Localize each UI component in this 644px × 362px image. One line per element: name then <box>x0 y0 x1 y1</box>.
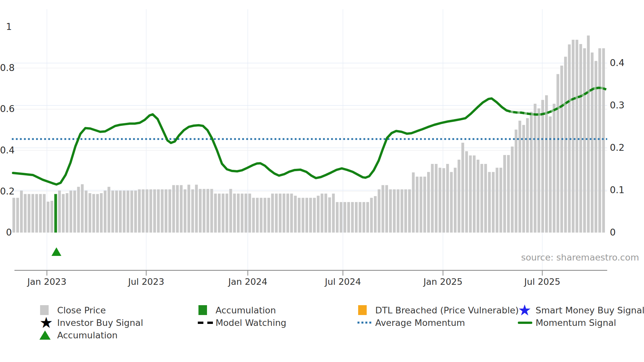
price-bar <box>134 191 137 233</box>
price-bar <box>111 191 114 233</box>
price-bar <box>534 104 536 233</box>
price-bar <box>244 193 247 233</box>
price-bar <box>107 187 110 233</box>
price-bar <box>298 198 300 233</box>
price-bar <box>188 185 190 233</box>
price-bar <box>435 164 437 233</box>
price-bar <box>572 40 574 233</box>
price-bar <box>28 194 30 233</box>
price-bar <box>557 74 559 233</box>
price-bar <box>290 193 293 233</box>
price-bar <box>378 189 380 233</box>
price-bar <box>32 194 34 233</box>
legend-item-accumulation: Accumulation <box>198 304 286 316</box>
price-bar <box>328 197 331 233</box>
black-dashes-swatch <box>198 322 213 324</box>
price-bar <box>439 168 441 233</box>
price-bar <box>401 189 403 233</box>
price-bar <box>458 160 460 233</box>
price-bar <box>499 168 502 233</box>
price-bar <box>366 202 369 233</box>
legend-label: DTL Breached (Price Vulnerable) <box>375 305 519 315</box>
price-bar <box>317 196 319 233</box>
price-bar <box>343 202 346 233</box>
x-axis-tick-label: Jul 2024 <box>317 277 369 287</box>
left-axis-tick-label: 0.4 <box>0 145 12 156</box>
price-bar <box>465 151 468 233</box>
price-bar <box>123 191 126 233</box>
price-bar <box>294 196 297 233</box>
price-bar <box>16 198 19 233</box>
price-bar <box>340 202 342 233</box>
price-bar <box>271 193 274 233</box>
price-bar <box>47 202 49 233</box>
price-bar <box>169 189 171 233</box>
price-bar <box>362 202 365 233</box>
price-bar <box>454 168 456 233</box>
price-bar <box>496 168 498 233</box>
price-bar <box>70 191 72 233</box>
right-axis-tick-label: 0.2 <box>610 142 639 153</box>
left-axis-tick-label: 0.2 <box>0 186 12 197</box>
price-bar <box>602 48 605 233</box>
legend-label: Close Price <box>57 305 106 315</box>
legend-item-close-price: Close Price <box>39 304 143 316</box>
legend-item-average-momentum: Average Momentum <box>357 316 519 329</box>
legend-item-dtl-breached-price-vulnerable: DTL Breached (Price Vulnerable) <box>357 304 519 316</box>
price-bar <box>287 193 289 233</box>
x-axis-tick-label: Jul 2025 <box>516 277 568 287</box>
price-bar <box>195 185 198 233</box>
price-bar <box>138 189 141 233</box>
legend-label: Momentum Signal <box>536 318 616 328</box>
price-bar <box>507 155 510 233</box>
orange-square-swatch <box>358 305 367 315</box>
price-bar <box>214 193 217 233</box>
blue-star-swatch <box>518 304 531 316</box>
price-bar <box>564 57 567 233</box>
legend-label: Smart Money Buy Signal <box>536 305 644 315</box>
left-axis-tick-label: 0.8 <box>0 62 12 74</box>
price-bar <box>370 198 373 233</box>
price-bar <box>461 143 464 233</box>
legend-label: Average Momentum <box>375 318 465 328</box>
momentum-chart: 00.20.40.60.81 00.10.20.30.4 Jan 2023Jul… <box>0 0 644 362</box>
price-bar <box>39 194 42 233</box>
price-bar <box>119 191 122 233</box>
price-bar <box>73 191 76 233</box>
legend-item-model-watching: Model Watching <box>198 316 286 329</box>
price-bar <box>233 193 236 233</box>
legend-item-momentum-signal: Momentum Signal <box>518 316 644 329</box>
price-bar <box>176 185 179 233</box>
blue-star-icon <box>518 304 534 316</box>
green-triangle-swatch <box>39 330 51 340</box>
price-bar <box>225 193 228 233</box>
price-bar <box>260 198 263 233</box>
price-bar <box>526 118 529 233</box>
legend-label: Investor Buy Signal <box>57 318 143 328</box>
price-bar <box>126 191 129 233</box>
price-bar <box>43 194 45 233</box>
price-bar <box>321 193 323 233</box>
legend-label: Accumulation <box>57 330 118 340</box>
blue-dotted-icon <box>357 322 373 324</box>
price-bar <box>146 189 148 233</box>
price-bar <box>96 194 99 233</box>
price-bar <box>180 185 182 233</box>
price-bar <box>393 189 396 233</box>
price-bar <box>355 202 357 233</box>
price-bar <box>484 164 487 233</box>
price-bar <box>416 177 418 233</box>
price-bar <box>591 53 593 233</box>
x-axis-tick-label: Jan 2025 <box>417 277 469 287</box>
price-bar <box>264 198 266 233</box>
price-bar <box>442 168 445 233</box>
price-bar <box>142 189 145 233</box>
price-bar <box>248 193 251 233</box>
legend-column: AccumulationModel Watching <box>198 304 286 329</box>
price-bar <box>385 185 388 233</box>
price-bar <box>203 189 205 233</box>
price-bar <box>477 160 479 233</box>
price-bar <box>153 189 156 233</box>
price-bar <box>309 198 312 233</box>
price-bar <box>530 112 533 233</box>
